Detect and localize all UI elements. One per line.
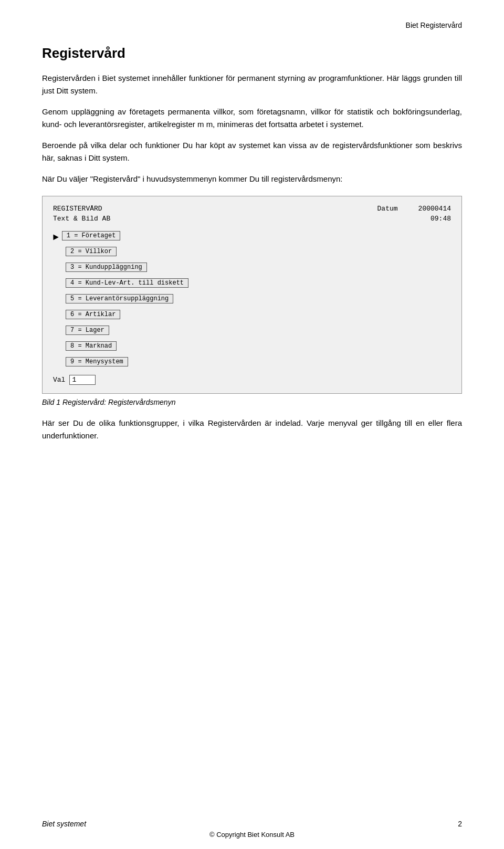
- footer-left: Biet systemet: [42, 820, 86, 828]
- menu-row-8: 8 = Marknad: [53, 341, 451, 354]
- menu-row-2: 2 = Villkor: [53, 247, 451, 259]
- page-header: Biet Registervård: [42, 21, 462, 29]
- screen-arrow: ►: [53, 232, 59, 243]
- footer-page-number: 2: [458, 820, 462, 828]
- menu-row-3: 3 = Kunduppläggning: [53, 263, 451, 275]
- header-title: Biet Registervård: [406, 21, 462, 29]
- menu-item-2[interactable]: 2 = Villkor: [66, 247, 117, 256]
- screen-company-row: Text & Bild AB 09:48: [53, 215, 451, 223]
- menu-item-1[interactable]: 1 = Företaget: [62, 231, 121, 240]
- menu-item-7[interactable]: 7 = Lager: [66, 326, 109, 335]
- menu-row-6: 6 = Artiklar: [53, 310, 451, 322]
- menu-row-5: 5 = Leverantörsuppläggning: [53, 294, 451, 307]
- screen-header-row: REGISTERVÅRD Datum 20000414: [53, 205, 451, 213]
- main-title: Registervård: [42, 45, 462, 61]
- menu-item-3[interactable]: 3 = Kunduppläggning: [66, 263, 147, 272]
- page: Biet Registervård Registervård Registerv…: [0, 0, 504, 849]
- paragraph-3: Beroende på vilka delar och funktioner D…: [42, 139, 462, 164]
- screen-registervard-label: REGISTERVÅRD: [53, 205, 102, 213]
- page-footer: Biet systemet 2: [0, 820, 504, 828]
- menu-item-8[interactable]: 8 = Marknad: [66, 341, 117, 351]
- paragraph-2: Genom uppläggning av företagets permanen…: [42, 106, 462, 131]
- screen-datum-value: 20000414: [418, 205, 451, 213]
- screen-mockup: REGISTERVÅRD Datum 20000414 Text & Bild …: [42, 196, 462, 394]
- paragraph-4: När Du väljer "Registervård" i huvudsyst…: [42, 173, 462, 185]
- screen-caption: Bild 1 Registervård: Registervårdsmenyn: [42, 398, 462, 406]
- screen-time: 09:48: [430, 215, 451, 223]
- screen-company: Text & Bild AB: [53, 215, 110, 223]
- paragraph-1: Registervården i Biet systemet innehålle…: [42, 72, 462, 97]
- screen-body: ► 1 = Företaget 2 = Villkor 3 = Kunduppl…: [53, 231, 451, 385]
- menu-row-7: 7 = Lager: [53, 326, 451, 338]
- arrow-row: ► 1 = Företaget: [53, 231, 451, 244]
- footer-copyright: © Copyright Biet Konsult AB: [0, 831, 504, 838]
- screen-datum-label: Datum: [377, 205, 398, 213]
- menu-row-9: 9 = Menysystem: [53, 357, 451, 370]
- menu-item-9[interactable]: 9 = Menysystem: [66, 357, 128, 366]
- val-row: Val 1: [53, 375, 451, 385]
- menu-item-6[interactable]: 6 = Artiklar: [66, 310, 120, 319]
- val-label: Val: [53, 376, 65, 384]
- val-input[interactable]: 1: [69, 375, 96, 385]
- after-caption-text: Här ser Du de olika funktionsgrupper, i …: [42, 417, 462, 442]
- menu-item-5[interactable]: 5 = Leverantörsuppläggning: [66, 294, 173, 303]
- menu-row-4: 4 = Kund-Lev-Art. till diskett: [53, 278, 451, 291]
- menu-item-4[interactable]: 4 = Kund-Lev-Art. till diskett: [66, 278, 188, 288]
- screen-datum-area: Datum 20000414: [377, 205, 451, 213]
